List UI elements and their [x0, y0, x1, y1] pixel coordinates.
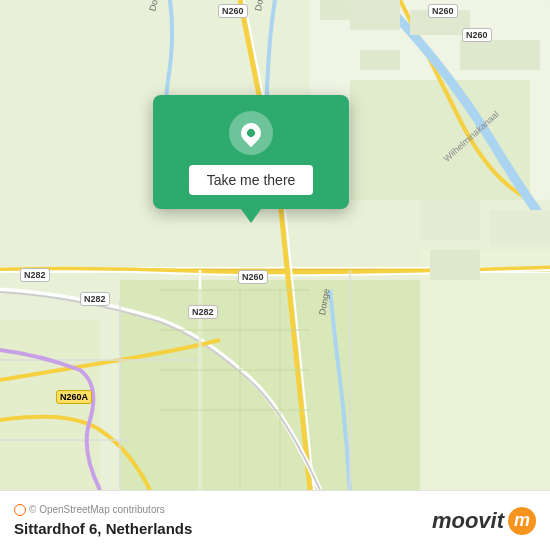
svg-rect-5: [0, 320, 100, 490]
svg-rect-4: [120, 280, 420, 490]
svg-rect-9: [350, 0, 400, 30]
copyright-text: © OpenStreetMap contributors: [14, 504, 192, 516]
svg-rect-15: [490, 210, 550, 245]
road-badge-n282-1: N282: [20, 268, 50, 282]
road-badge-n260a: N260A: [56, 390, 92, 404]
svg-rect-6: [420, 250, 550, 490]
moovit-logo: moovit m: [432, 507, 536, 535]
take-me-there-button[interactable]: Take me there: [189, 165, 314, 195]
moovit-logo-text: moovit: [432, 508, 504, 534]
pin-icon-container: [229, 111, 273, 155]
road-badge-n260-3: N260: [462, 28, 492, 42]
bottom-left-info: © OpenStreetMap contributors Sittardhof …: [14, 504, 192, 537]
road-badge-n282-2: N282: [80, 292, 110, 306]
popup-card: Take me there: [153, 95, 349, 209]
svg-rect-13: [320, 0, 350, 20]
road-badge-n260-4: N260: [238, 270, 268, 284]
road-badge-n260-2: N260: [428, 4, 458, 18]
svg-rect-11: [460, 40, 540, 70]
map-container[interactable]: N260 N260 N260 N282 N282 N282 N260 N260A…: [0, 0, 550, 490]
location-pin-icon: [237, 119, 265, 147]
osm-circle-icon: [14, 504, 26, 516]
moovit-dot-icon: m: [508, 507, 536, 535]
road-badge-n282-3: N282: [188, 305, 218, 319]
svg-rect-16: [430, 250, 480, 280]
svg-rect-14: [420, 200, 480, 240]
bottom-bar: © OpenStreetMap contributors Sittardhof …: [0, 490, 550, 550]
road-badge-n260-1: N260: [218, 4, 248, 18]
address-text: Sittardhof 6, Netherlands: [14, 520, 192, 537]
svg-rect-12: [360, 50, 400, 70]
